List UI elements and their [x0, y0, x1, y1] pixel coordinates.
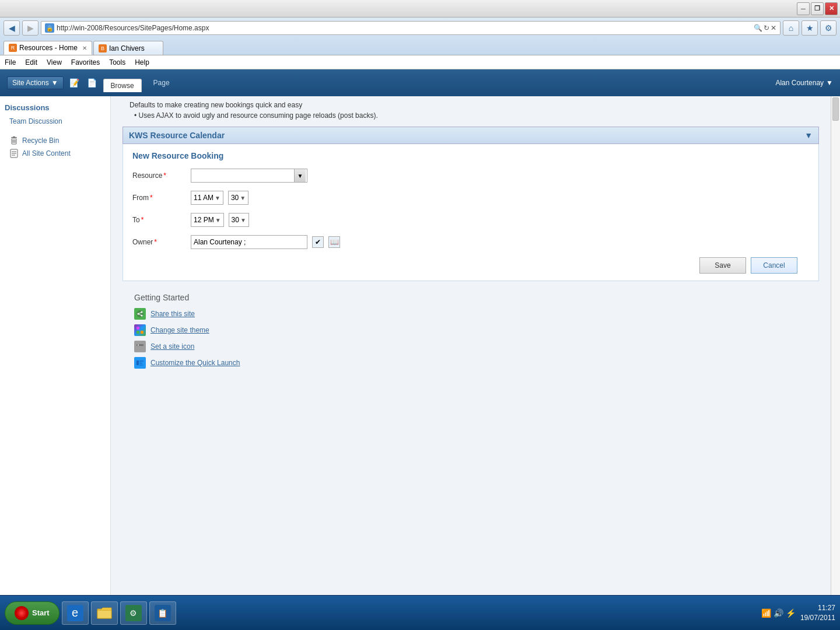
- set-site-icon-icon: [134, 341, 146, 352]
- team-discussion-label: Team Discussion: [9, 117, 62, 125]
- site-actions-arrow-icon: ▼: [51, 79, 58, 87]
- owner-check-icon[interactable]: ✔: [312, 236, 324, 248]
- resource-dropdown[interactable]: ▼: [191, 169, 307, 183]
- form-section: New Resource Booking Resource* ▼ F: [123, 144, 819, 281]
- share-site-link[interactable]: Share this site: [134, 308, 807, 320]
- minimize-button[interactable]: ─: [797, 2, 810, 15]
- close-tab-small-button[interactable]: ✕: [771, 24, 776, 32]
- to-hour-value: 12 PM: [194, 216, 214, 224]
- sp-user-arrow-icon: ▼: [826, 79, 833, 87]
- refresh-button[interactable]: ↻: [764, 24, 769, 32]
- start-logo-icon: [15, 606, 29, 620]
- to-input-wrapper: 12 PM ▼ 30 ▼: [191, 213, 809, 227]
- address-buttons: 🔍 ↻ ✕: [754, 24, 776, 32]
- tab-ian-chivers[interactable]: B Ian Chivers: [93, 41, 163, 55]
- address-bar[interactable]: 🔒 http://win-2008/Resources/SitePages/Ho…: [41, 21, 780, 35]
- menu-favorites[interactable]: Favorites: [71, 58, 100, 66]
- desc-line-2: Uses AJAX to avoid ugly and resource con…: [123, 111, 819, 120]
- scroll-thumb[interactable]: [832, 97, 839, 121]
- desc-line-1: Defaults to make creating new bookings q…: [123, 101, 819, 109]
- recycle-bin-icon: [9, 136, 19, 145]
- recycle-bin-label: Recycle Bin: [22, 136, 59, 145]
- sidebar-item-recycle-bin[interactable]: Recycle Bin: [5, 134, 106, 147]
- app2-icon: 📋: [155, 605, 171, 621]
- section-title[interactable]: KWS Resource Calendar: [129, 131, 225, 140]
- from-input-wrapper: 11 AM ▼ 30 ▼: [191, 191, 809, 205]
- sidebar-item-team-discussion[interactable]: Team Discussion: [5, 116, 106, 127]
- taskbar-btn-ie[interactable]: e: [62, 601, 89, 625]
- system-tray: 📶 🔊 ⚡: [761, 608, 796, 618]
- sidebar-discussions-heading[interactable]: Discussions: [5, 103, 106, 112]
- forward-button[interactable]: ▶: [22, 20, 38, 36]
- resource-dropdown-arrow[interactable]: ▼: [294, 169, 306, 182]
- tab-resources-home[interactable]: R Resources - Home ✕: [4, 41, 92, 55]
- nav-bar: ◀ ▶ 🔒 http://win-2008/Resources/SitePage…: [0, 18, 840, 38]
- tab-favicon-1: R: [9, 44, 17, 52]
- start-button[interactable]: Start: [5, 601, 60, 625]
- taskbar-btn-app2[interactable]: 📋: [149, 601, 176, 625]
- battery-icon[interactable]: ⚡: [786, 608, 796, 618]
- menu-view[interactable]: View: [47, 58, 62, 66]
- volume-icon[interactable]: 🔊: [774, 608, 783, 618]
- to-minute-select[interactable]: 30 ▼: [229, 213, 249, 227]
- getting-started-title: Getting Started: [134, 293, 807, 302]
- menu-tools[interactable]: Tools: [109, 58, 125, 66]
- taskbar-right: 📶 🔊 ⚡ 11:27 19/07/2011: [761, 603, 835, 623]
- form-subtitle: New Resource Booking: [132, 151, 809, 160]
- restore-button[interactable]: ❐: [811, 2, 824, 15]
- save-button[interactable]: Save: [699, 257, 746, 274]
- sp-new-page-button[interactable]: 📄: [86, 76, 99, 89]
- change-theme-link[interactable]: Change site theme: [134, 324, 807, 336]
- taskbar: Start e ⚙ 📋 📶 🔊 ⚡ 11:27 19/07/2011: [0, 595, 840, 630]
- to-hour-select[interactable]: 12 PM ▼: [191, 213, 224, 227]
- owner-address-book-icon[interactable]: 📖: [328, 236, 340, 248]
- site-actions-button[interactable]: Site Actions ▼: [7, 76, 64, 89]
- back-button[interactable]: ◀: [4, 20, 20, 36]
- menu-edit[interactable]: Edit: [25, 58, 37, 66]
- sp-edit-page-button[interactable]: 📝: [68, 76, 81, 89]
- section-dropdown-icon[interactable]: ▼: [804, 131, 813, 140]
- owner-input[interactable]: Alan Courtenay ;: [191, 235, 307, 249]
- menu-file[interactable]: File: [5, 58, 16, 66]
- svg-point-20: [138, 345, 139, 346]
- all-site-content-icon: [9, 149, 19, 158]
- favorites-button[interactable]: ★: [802, 20, 818, 36]
- tab-label-1: Resources - Home: [19, 44, 78, 52]
- content-inner: Defaults to make creating new bookings q…: [111, 96, 831, 385]
- sidebar-item-all-site-content[interactable]: All Site Content: [5, 147, 106, 160]
- sp-user-area[interactable]: Alan Courtenay ▼: [775, 79, 833, 87]
- svg-rect-24: [139, 365, 143, 366]
- from-hour-arrow-icon: ▼: [215, 195, 220, 201]
- network-icon[interactable]: 📶: [761, 608, 771, 618]
- customize-quick-launch-icon: [134, 357, 146, 369]
- tab-browse[interactable]: Browse: [103, 79, 142, 92]
- close-button[interactable]: ✕: [825, 2, 838, 15]
- svg-rect-16: [136, 331, 139, 334]
- from-row: From* 11 AM ▼ 30 ▼: [132, 190, 809, 206]
- home-button[interactable]: ⌂: [783, 20, 799, 36]
- from-hour-value: 11 AM: [194, 194, 214, 202]
- resource-row: Resource* ▼: [132, 167, 809, 184]
- scroll-track[interactable]: [831, 96, 840, 596]
- change-theme-label: Change site theme: [150, 326, 209, 334]
- tab-close-1[interactable]: ✕: [82, 45, 87, 51]
- clock[interactable]: 11:27 19/07/2011: [800, 603, 835, 623]
- sidebar-discussions-section: Discussions Team Discussion: [5, 103, 106, 127]
- taskbar-btn-folder[interactable]: [91, 601, 118, 625]
- address-text[interactable]: http://win-2008/Resources/SitePages/Home…: [57, 24, 754, 32]
- tab-page[interactable]: Page: [146, 76, 177, 89]
- set-site-icon-link[interactable]: Set a site icon: [134, 341, 807, 352]
- tab-bar: R Resources - Home ✕ B Ian Chivers: [0, 38, 840, 55]
- customize-quick-launch-link[interactable]: Customize the Quick Launch: [134, 357, 807, 369]
- set-site-icon-label: Set a site icon: [150, 342, 194, 351]
- taskbar-btn-app1[interactable]: ⚙: [120, 601, 147, 625]
- all-site-content-label: All Site Content: [22, 149, 71, 158]
- from-hour-select[interactable]: 11 AM ▼: [191, 191, 223, 205]
- menu-help[interactable]: Help: [135, 58, 149, 66]
- tools-button[interactable]: ⚙: [820, 20, 836, 36]
- svg-rect-17: [141, 331, 144, 334]
- cancel-button[interactable]: Cancel: [751, 257, 797, 274]
- svg-rect-22: [139, 360, 144, 362]
- from-minute-select[interactable]: 30 ▼: [228, 191, 249, 205]
- search-button[interactable]: 🔍: [754, 24, 762, 32]
